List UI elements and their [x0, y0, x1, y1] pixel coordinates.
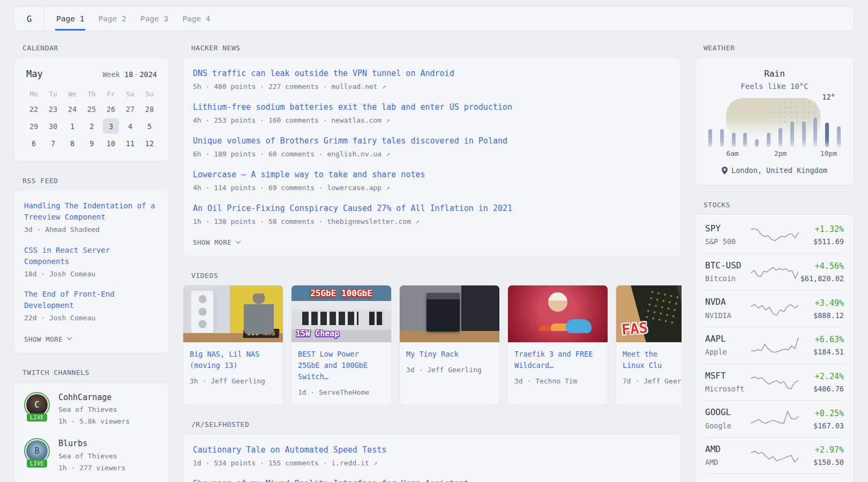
video-meta: 3d · Jeff Geerling: [406, 365, 493, 375]
stock-change-price: +2.24%$406.76: [799, 371, 844, 393]
twitch-channel-game: Sea of Thieves: [58, 404, 130, 415]
video-title[interactable]: Meet the Linux Clu: [623, 349, 682, 371]
stock-price: $167.03: [799, 421, 844, 430]
twitch-channel-row[interactable]: CLIVECohhCarnageSea of Thieves1h · 5.8k …: [24, 392, 159, 427]
rss-list: Handling The Indentation of a Treeview C…: [24, 200, 159, 343]
calendar-day: 7: [43, 135, 63, 152]
twitch-section: TWITCH CHANNELS CLIVECohhCarnageSea of T…: [14, 368, 169, 482]
weather-time-label: 6am: [726, 149, 738, 157]
twitch-channel-row[interactable]: BLIVEBlurbsSea of Thieves1h · 277 viewer…: [24, 438, 159, 473]
hackernews-widget: DNS traffic can leak outside the VPN tun…: [183, 57, 682, 257]
video-thumbnail[interactable]: 25GbE 100GbE15W Cheap: [291, 285, 391, 342]
external-link-icon: ↗: [386, 184, 390, 192]
stock-row[interactable]: GOOGLGoogle+0.25%$167.03: [705, 400, 844, 437]
tab-page-1[interactable]: Page 1: [55, 7, 85, 31]
stock-change: +4.56%: [799, 261, 844, 272]
dashboard-columns: CALENDAR May Week 18·2024 MoTuWeThFrSaSu…: [14, 44, 854, 482]
stocks-section: STOCKS SPYS&P 500+1.32%$511.69BTC-USDBit…: [695, 201, 854, 482]
stock-info: NVDANVIDIA: [705, 296, 750, 321]
weather-bars: [708, 102, 841, 147]
hackernews-item-title[interactable]: An Oil Price-Fixing Conspiracy Caused 27…: [193, 202, 512, 215]
reddit-widget: Cautionary Tale on Automated Speed Tests…: [183, 434, 682, 482]
stock-row[interactable]: AAPLApple+6.63%$184.51: [705, 327, 844, 364]
section-label-videos: VIDEOS: [191, 272, 682, 280]
stock-info: MSFTMicrosoft: [705, 370, 750, 395]
stock-row[interactable]: SPYS&P 500+1.32%$511.69: [705, 217, 844, 253]
stock-row[interactable]: BTC-USDBitcoin+4.56%$61,820.02: [705, 253, 844, 290]
stock-info: GOOGLGoogle: [705, 406, 750, 431]
dot-separator: ·: [133, 70, 139, 79]
tab-page-2[interactable]: Page 2: [97, 7, 127, 31]
stock-change: +6.63%: [799, 334, 844, 345]
twitch-channel-name[interactable]: CohhCarnage: [58, 392, 130, 404]
hackernews-item-meta: 1h · 138 points · 58 comments · thebigne…: [193, 216, 671, 227]
stock-symbol: AMD: [705, 443, 750, 455]
weather-bar: [790, 122, 794, 147]
rss-item: Handling The Indentation of a Treeview C…: [24, 200, 159, 235]
external-link-icon: ↗: [373, 459, 378, 467]
hackernews-show-more-button[interactable]: SHOW MORE: [193, 236, 671, 246]
twitch-avatar: CLIVE: [24, 392, 50, 418]
hackernews-item-title[interactable]: DNS traffic can leak outside the VPN tun…: [193, 67, 454, 80]
rss-item-title[interactable]: The End of Front-End Development: [24, 289, 159, 311]
rss-item-title[interactable]: CSS in React Server Components: [24, 245, 159, 267]
twitch-channel-name[interactable]: Blurbs: [58, 438, 125, 450]
video-title[interactable]: BEST Low Power 25GbE and 100GbE Switch…: [298, 349, 385, 382]
thumbnail-text: 15W Cheap: [296, 329, 339, 338]
reddit-item-title[interactable]: Showcase of my Mixed Reality Interface f…: [193, 478, 469, 482]
hackernews-item-title[interactable]: Unique volumes of Brothers Grimm fairy t…: [193, 135, 507, 147]
stock-name: Apple: [705, 347, 750, 357]
video-card: My Tiny Rack3d · Jeff Geerling: [399, 285, 500, 405]
stock-row[interactable]: MSFTMicrosoft+2.24%$406.76: [705, 364, 844, 401]
stock-row[interactable]: NVDANVIDIA+3.49%$888.12: [705, 290, 844, 327]
rss-item-title[interactable]: Handling The Indentation of a Treeview C…: [24, 200, 159, 223]
video-thumbnail[interactable]: [508, 285, 608, 342]
hackernews-item: Lithium-free sodium batteries exit the l…: [193, 101, 671, 125]
reddit-item: Cautionary Tale on Automated Speed Tests…: [193, 444, 671, 468]
stock-price: $888.12: [799, 311, 844, 320]
twitch-channel-viewers: 1h · 5.8k viewers: [58, 416, 130, 427]
stock-row[interactable]: RDDT-1.59%: [705, 473, 844, 482]
calendar-day: 23: [43, 101, 63, 117]
stock-change: +0.25%: [799, 408, 844, 419]
video-title[interactable]: Big NAS, Lil NAS (moving 13): [190, 349, 276, 371]
stock-change-price: +1.32%$511.69: [799, 224, 844, 246]
calendar-day: 6: [24, 135, 43, 152]
video-thumbnail[interactable]: FAS: [616, 285, 682, 342]
calendar-day: 10: [101, 135, 121, 152]
calendar-day-header: Th: [82, 87, 101, 101]
hackernews-item: DNS traffic can leak outside the VPN tun…: [193, 67, 671, 92]
section-label-calendar: CALENDAR: [23, 44, 169, 52]
video-title[interactable]: My Tiny Rack: [406, 349, 493, 360]
weather-bar: [837, 126, 841, 147]
reddit-item: Showcase of my Mixed Reality Interface f…: [193, 478, 671, 482]
reddit-item-title[interactable]: Cautionary Tale on Automated Speed Tests: [193, 444, 386, 456]
calendar-day: 4: [121, 118, 140, 134]
rss-show-more-button[interactable]: SHOW MORE: [24, 333, 159, 343]
calendar-day: 24: [63, 101, 82, 117]
rss-item: CSS in React Server Components18d · Josh…: [24, 245, 159, 280]
weather-bar: [767, 133, 770, 147]
chevron-down-icon: [67, 335, 72, 340]
stock-symbol: NVDA: [705, 296, 750, 308]
twitch-channel-info: BlurbsSea of Thieves1h · 277 viewers: [58, 438, 125, 473]
video-thumbnail[interactable]: LIL NAS: [183, 285, 283, 342]
hackernews-item: Unique volumes of Brothers Grimm fairy t…: [193, 135, 671, 159]
tab-page-3[interactable]: Page 3: [139, 7, 169, 31]
stock-price: $61,820.02: [799, 274, 844, 283]
tab-page-4[interactable]: Page 4: [181, 7, 211, 31]
sparkline-chart: [750, 224, 799, 246]
app-logo[interactable]: G: [14, 7, 44, 31]
video-meta: 7d · Jeff Geerling: [623, 376, 682, 387]
twitch-channel-info: CohhCarnageSea of Thieves1h · 5.8k viewe…: [58, 392, 130, 427]
hackernews-item-title[interactable]: Lowercase – A simple way to take and sha…: [193, 169, 425, 181]
hackernews-item-title[interactable]: Lithium-free sodium batteries exit the l…: [193, 101, 512, 114]
stock-info: AAPLApple: [705, 333, 750, 358]
stock-sparkline: [750, 408, 799, 430]
calendar-header: May Week 18·2024: [24, 67, 159, 87]
video-thumbnail[interactable]: [400, 285, 499, 342]
rss-section: RSS FEED Handling The Indentation of a T…: [14, 177, 169, 353]
stock-row[interactable]: AMDAMD+2.97%$150.50: [705, 437, 844, 474]
video-title[interactable]: Traefik 3 and FREE Wildcard…: [514, 349, 601, 371]
sparkline-chart: [750, 480, 799, 482]
